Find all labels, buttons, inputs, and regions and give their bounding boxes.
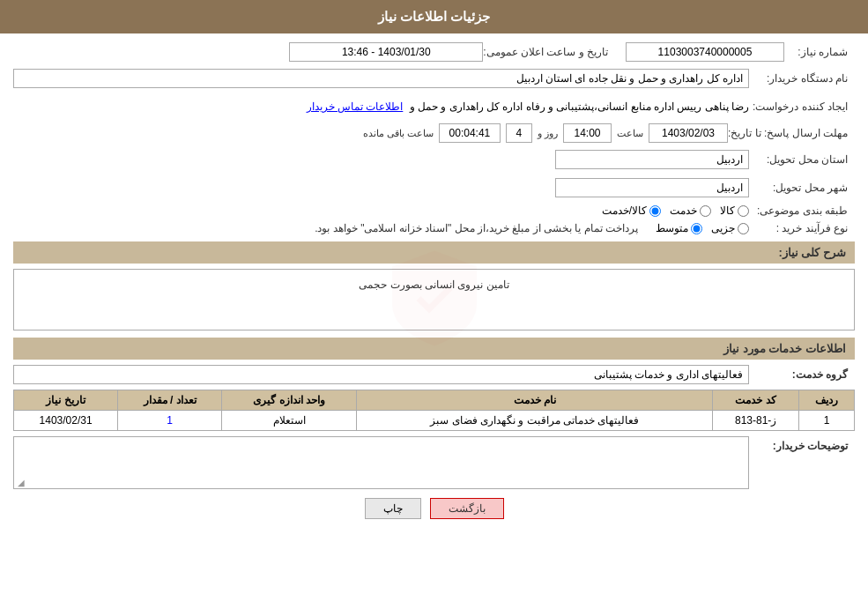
page-title: جزئیات اطلاعات نیاز [0,0,868,33]
deadline-remaining: 00:04:41 [439,123,501,143]
proc-note: پرداخت تمام یا بخشی از مبلغ خرید،از محل … [315,222,638,234]
proc-motovaset-radio[interactable] [691,223,702,234]
deadline-time: 14:00 [563,123,612,143]
deadline-days-label: روز و [538,128,558,139]
deadline-days: 4 [506,123,532,143]
deadline-time-label: ساعت [617,128,643,139]
table-row: 1 ز-81-813 فعالیتهای خدماتی مراقبت و نگه… [14,411,855,431]
cell-unit: استعلام [222,411,357,431]
city-label: شهر محل تحویل: [749,182,855,194]
process-row: نوع فرآیند خرید : جزیی متوسط پرداخت تمام… [13,222,855,234]
group-label: گروه خدمت: [749,368,855,381]
announce-label: تاریخ و ساعت اعلان عمومی: [483,46,626,58]
process-options: جزیی متوسط پرداخت تمام یا بخشی از مبلغ خ… [315,222,749,234]
col-unit: واحد اندازه گیری [222,390,357,411]
creator-name: رضا پناهی رییس اداره منابع انسانی،پشتیبا… [410,100,749,113]
org-label: نام دستگاه خریدار: [749,72,855,85]
org-value: اداره کل راهداری و حمل و نقل جاده ای است… [13,69,749,88]
proc-motovaset-label: متوسط [656,222,688,234]
shomara-value: 1103003740000005 [626,42,784,62]
deadline-remaining-label: ساعت باقی مانده [363,128,434,139]
category-options: کالا خدمت کالا/خدمت [602,204,749,217]
cell-date: 1403/02/31 [14,411,118,431]
col-qty: تعداد / مقدار [118,390,222,411]
cell-name: فعالیتهای خدماتی مراقبت و نگهداری فضای س… [357,411,713,431]
proc-jozi-label: جزیی [711,222,735,234]
col-code: کد خدمت [713,390,799,411]
city-value: اردبیل [555,178,749,197]
cell-code: ز-81-813 [713,411,799,431]
creator-row: ایجاد کننده درخواست: رضا پناهی رییس ادار… [13,95,855,118]
deadline-date: 1403/02/03 [649,123,728,143]
notes-box: ◢ [13,436,749,489]
creator-label: ایجاد کننده درخواست: [749,100,855,113]
announce-row: شماره نیاز: 1103003740000005 تاریخ و ساع… [13,42,855,62]
cat-kala-khadamat-label: کالا/خدمت [602,204,647,217]
detail-area: تامین نیروی انسانی بصورت حجمی [13,269,855,330]
services-table: ردیف کد خدمت نام خدمت واحد اندازه گیری ت… [13,390,855,431]
process-label: نوع فرآیند خرید : [749,222,855,234]
category-label: طبقه بندی موضوعی: [749,204,855,217]
cat-kala-radio[interactable] [738,205,749,217]
deadline-label: مهلت ارسال پاسخ: تا تاریخ: [728,127,855,139]
cat-khadamat-radio[interactable] [700,205,711,217]
creator-link[interactable]: اطلاعات تماس خریدار [307,100,404,113]
cell-qty: 1 [118,411,222,431]
proc-jozi-item[interactable]: جزیی [711,222,749,234]
proc-jozi-radio[interactable] [738,223,749,234]
services-section-header: اطلاعات خدمات مورد نیاز [13,338,855,360]
col-date: تاریخ نیاز [14,390,118,411]
back-button[interactable]: بازگشت [430,498,504,519]
proc-motovaset-item[interactable]: متوسط [656,222,702,234]
detail-value: تامین نیروی انسانی بصورت حجمی [14,270,854,300]
province-row: استان محل تحویل: اردبیل [13,148,855,171]
print-button[interactable]: چاپ [365,498,421,519]
group-value: فعالیتهای اداری و خدمات پشتیبانی [13,365,749,384]
cat-kala-khadamat-radio[interactable] [649,205,661,217]
org-row: نام دستگاه خریدار: اداره کل راهداری و حم… [13,67,855,90]
group-row: گروه خدمت: فعالیتهای اداری و خدمات پشتیب… [13,365,855,384]
notes-area: توضیحات خریدار: ◢ [13,436,855,489]
cat-khadamat-item[interactable]: خدمت [670,204,711,217]
category-row: طبقه بندی موضوعی: کالا خدمت کالا/خدمت [13,204,855,217]
announce-date: 1403/01/30 - 13:46 [289,42,483,62]
cell-row: 1 [798,411,854,431]
province-value: اردبیل [555,150,749,169]
notes-label: توضیحات خریدار: [749,436,855,452]
cat-kala-label: کالا [720,204,735,217]
col-row: ردیف [798,390,854,411]
deadline-row: مهلت ارسال پاسخ: تا تاریخ: 1403/02/03 سا… [13,123,855,143]
resize-handle: ◢ [16,478,25,486]
shomara-label: شماره نیاز: [784,46,855,58]
province-label: استان محل تحویل: [749,153,855,166]
cat-kala-khadamat-item[interactable]: کالا/خدمت [602,204,661,217]
col-name: نام خدمت [357,390,713,411]
creator-value: رضا پناهی رییس اداره منابع انسانی،پشتیبا… [13,100,749,113]
buttons-row: بازگشت چاپ [13,498,855,519]
cat-kala-item[interactable]: کالا [720,204,749,217]
city-row: شهر محل تحویل: اردبیل [13,176,855,199]
detail-section-header: شرح کلی نیاز: [13,241,855,264]
cat-khadamat-label: خدمت [670,204,697,217]
